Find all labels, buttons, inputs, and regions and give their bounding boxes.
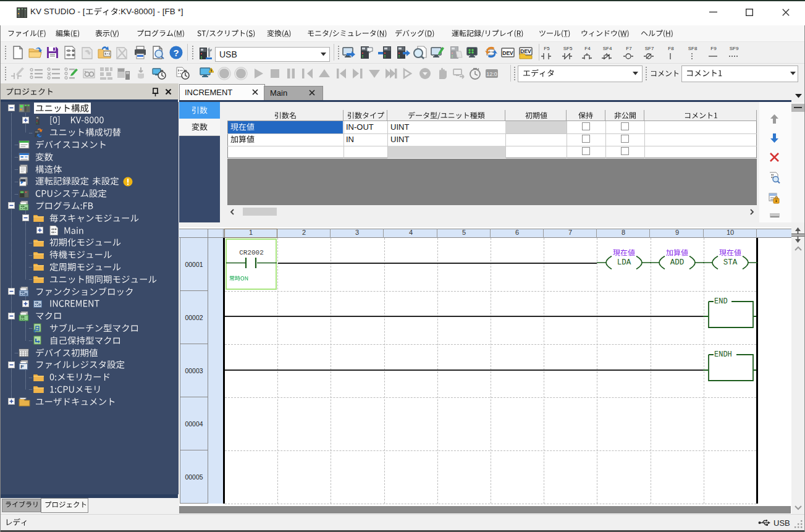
svg-text:F: F [20, 364, 23, 369]
svg-text:DEV: DEV [502, 50, 513, 56]
svg-text:12:0: 12:0 [486, 71, 497, 77]
svg-text:?: ? [173, 48, 179, 58]
